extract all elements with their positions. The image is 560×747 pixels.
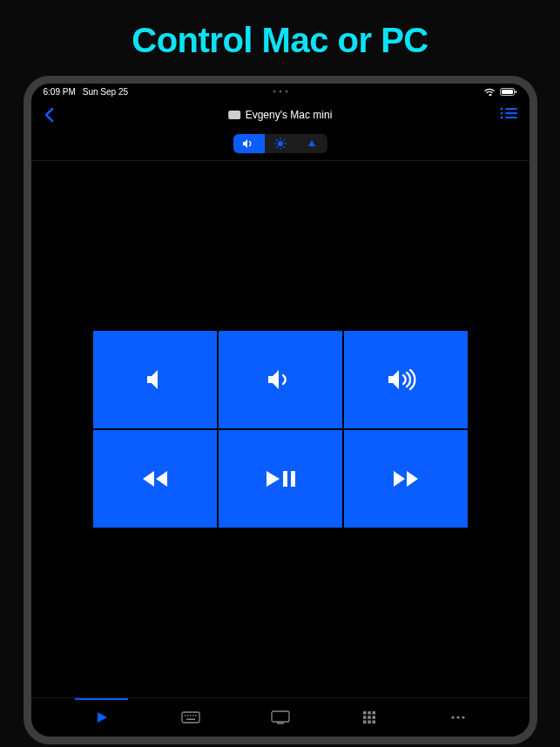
svg-rect-30 <box>368 711 371 715</box>
svg-rect-19 <box>291 471 295 487</box>
segment-brightness[interactable] <box>265 134 296 153</box>
svg-rect-34 <box>372 716 375 719</box>
tab-display[interactable] <box>235 698 324 737</box>
list-button[interactable] <box>500 107 517 123</box>
svg-rect-4 <box>505 108 517 110</box>
svg-point-9 <box>278 141 283 146</box>
svg-rect-32 <box>363 716 367 719</box>
svg-rect-6 <box>505 112 517 114</box>
svg-point-40 <box>462 716 465 718</box>
fast-forward-button[interactable] <box>344 430 468 528</box>
svg-line-15 <box>283 147 284 148</box>
back-button[interactable] <box>44 107 54 123</box>
svg-point-38 <box>452 716 455 718</box>
svg-point-3 <box>500 108 503 111</box>
svg-rect-29 <box>363 711 367 715</box>
svg-rect-22 <box>187 715 189 717</box>
ipad-frame: 6:09 PM Sun Sep 25 Evgeny's <box>24 76 537 744</box>
marketing-headline: Control Mac or PC <box>0 0 560 76</box>
battery-icon <box>500 88 517 96</box>
control-grid <box>93 331 468 528</box>
svg-rect-20 <box>182 712 199 723</box>
svg-rect-2 <box>515 91 516 93</box>
svg-point-5 <box>500 112 503 115</box>
svg-point-39 <box>457 716 460 718</box>
svg-rect-1 <box>502 90 513 94</box>
tab-bar <box>31 698 530 737</box>
svg-point-7 <box>500 117 503 119</box>
status-time: 6:09 PM <box>44 87 76 97</box>
svg-rect-25 <box>195 715 197 717</box>
svg-rect-33 <box>368 716 371 719</box>
segment-volume[interactable] <box>233 134 265 153</box>
volume-down-button[interactable] <box>219 331 342 428</box>
mac-mini-icon <box>228 111 240 119</box>
svg-rect-8 <box>505 117 517 118</box>
svg-rect-26 <box>186 719 195 721</box>
screen: 6:09 PM Sun Sep 25 Evgeny's <box>31 84 530 737</box>
play-pause-button[interactable] <box>219 430 342 528</box>
control-panel <box>31 160 530 698</box>
status-date: Sun Sep 25 <box>83 87 128 97</box>
svg-line-16 <box>283 139 284 140</box>
device-title: Evgeny's Mac mini <box>228 109 333 121</box>
tab-more[interactable] <box>414 698 503 737</box>
tab-keyboard[interactable] <box>146 698 235 737</box>
mute-button[interactable] <box>93 331 217 428</box>
svg-rect-36 <box>368 721 371 724</box>
device-name-label: Evgeny's Mac mini <box>246 109 333 121</box>
svg-rect-24 <box>192 715 194 717</box>
svg-line-17 <box>276 147 277 148</box>
nav-header: Evgeny's Mac mini <box>31 99 530 131</box>
svg-rect-31 <box>372 711 375 715</box>
svg-rect-37 <box>372 721 375 724</box>
svg-rect-27 <box>272 711 289 722</box>
svg-rect-23 <box>190 715 192 717</box>
multitask-dots-icon <box>273 91 287 93</box>
svg-line-14 <box>276 139 277 140</box>
svg-rect-35 <box>363 721 367 724</box>
svg-rect-28 <box>277 723 284 724</box>
mode-segmented-control <box>31 131 530 160</box>
volume-up-button[interactable] <box>344 331 468 428</box>
status-bar: 6:09 PM Sun Sep 25 <box>31 84 530 99</box>
svg-rect-21 <box>185 715 186 717</box>
segment-navigation[interactable] <box>296 134 327 153</box>
rewind-button[interactable] <box>93 430 217 528</box>
tab-media[interactable] <box>57 698 146 737</box>
wifi-icon <box>484 88 495 96</box>
tab-grid[interactable] <box>325 698 414 737</box>
svg-rect-18 <box>283 471 287 487</box>
